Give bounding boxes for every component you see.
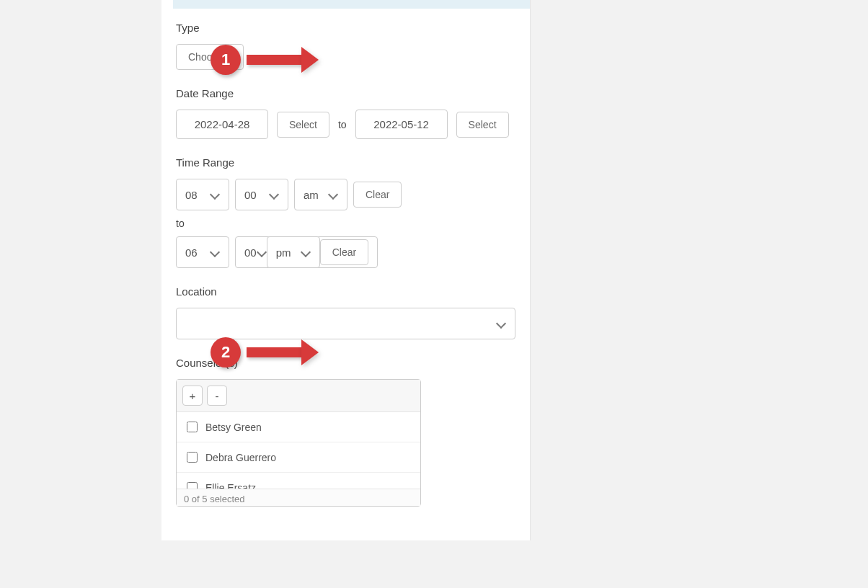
- counselor-list[interactable]: Betsy Green Debra Guerrero Ellie Ersatz: [177, 412, 420, 489]
- time-end-clear-button[interactable]: Clear: [320, 239, 368, 265]
- time-start-hour-select[interactable]: 08: [176, 179, 229, 210]
- arrow-right-icon: [247, 344, 319, 361]
- time-end-min-select[interactable]: 00 pm Clear: [235, 236, 378, 268]
- form-inner: Type Choose... Date Range 2022-04-28 Sel…: [161, 22, 530, 515]
- time-to-text: to: [176, 218, 515, 229]
- counselor-footer: 0 of 5 selected: [177, 489, 420, 506]
- callout-badge: 2: [211, 337, 241, 368]
- date-start-input[interactable]: 2022-04-28: [176, 110, 268, 139]
- time-end-ampm-select[interactable]: pm: [267, 236, 320, 268]
- time-end-hour-select[interactable]: 06: [176, 236, 229, 268]
- chevron-down-icon: [210, 190, 220, 200]
- date-end-input[interactable]: 2022-05-12: [355, 110, 448, 139]
- chevron-down-icon: [496, 318, 506, 329]
- counselor-remove-button[interactable]: -: [207, 386, 227, 406]
- counselor-item[interactable]: Debra Guerrero: [177, 442, 420, 473]
- counselor-item[interactable]: Betsy Green: [177, 412, 420, 442]
- field-time-range: Time Range 08 00 am Clear to: [176, 156, 515, 507]
- counselor-name: Betsy Green: [205, 422, 262, 433]
- search-form-panel: Type Choose... Date Range 2022-04-28 Sel…: [161, 0, 531, 540]
- chevron-down-icon: [210, 247, 220, 257]
- counselor-toolbar: + -: [177, 380, 420, 412]
- time-range-label: Time Range: [176, 156, 515, 169]
- arrow-right-icon: [247, 51, 319, 68]
- location-label: Location: [176, 285, 515, 298]
- date-range-row: 2022-04-28 Select to 2022-05-12 Select: [176, 110, 515, 139]
- time-start-ampm-select[interactable]: am: [294, 179, 347, 210]
- date-to-text: to: [338, 119, 347, 130]
- time-start-min-select[interactable]: 00: [235, 179, 288, 210]
- chevron-down-icon: [301, 247, 311, 257]
- counselor-checkbox[interactable]: [187, 452, 198, 463]
- field-date-range: Date Range 2022-04-28 Select to 2022-05-…: [176, 87, 515, 139]
- counselor-box: + - Betsy Green Debra Guerrero Ellie Ers…: [176, 379, 421, 507]
- date-start-select-button[interactable]: Select: [277, 112, 329, 138]
- select-value: 00: [244, 246, 257, 259]
- annotation-callout-2: 2: [211, 337, 319, 368]
- time-start-clear-button[interactable]: Clear: [353, 182, 402, 208]
- time-end-row: 06 00 pm Clear: [176, 236, 515, 268]
- time-start-row: 08 00 am Clear: [176, 179, 515, 210]
- counselor-checkbox[interactable]: [187, 422, 198, 432]
- counselor-checkbox[interactable]: [187, 482, 198, 489]
- counselor-name: Ellie Ersatz: [205, 482, 256, 489]
- counselor-item[interactable]: Ellie Ersatz: [177, 473, 420, 489]
- chevron-down-icon: [269, 190, 279, 200]
- field-location: Location: [176, 285, 515, 339]
- select-value: pm: [276, 246, 301, 259]
- chevron-down-icon: [328, 190, 338, 200]
- annotation-callout-1: 1: [211, 45, 319, 75]
- chevron-down-icon: [257, 247, 267, 257]
- callout-badge: 1: [211, 45, 241, 75]
- type-label: Type: [176, 22, 515, 34]
- field-counselors: Counselor(s) + - Betsy Green Debra Guerr…: [176, 357, 515, 507]
- left-gutter: [0, 0, 161, 588]
- counselor-add-button[interactable]: +: [182, 386, 203, 406]
- date-range-label: Date Range: [176, 87, 515, 99]
- date-end-select-button[interactable]: Select: [456, 112, 509, 138]
- counselor-name: Debra Guerrero: [205, 452, 276, 463]
- select-value: 08: [185, 189, 210, 201]
- select-value: 06: [185, 246, 210, 259]
- info-banner: [173, 0, 530, 9]
- select-value: am: [304, 189, 328, 201]
- select-value: 00: [244, 189, 269, 201]
- location-select[interactable]: [176, 308, 515, 339]
